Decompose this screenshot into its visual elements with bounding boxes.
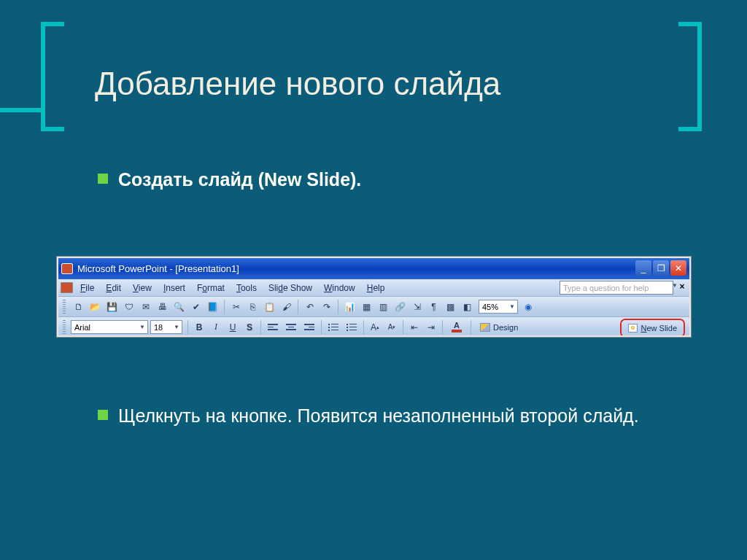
doc-icon (61, 282, 73, 293)
document-close-button[interactable]: × (678, 282, 686, 291)
toolbar-grip[interactable] (63, 300, 66, 314)
menu-view[interactable]: View (133, 283, 152, 293)
spelling-button[interactable]: ✔ (189, 300, 203, 314)
menu-edit[interactable]: Edit (106, 283, 121, 293)
bullet-icon (98, 410, 108, 420)
increase-indent-button[interactable]: ⇥ (424, 320, 438, 335)
align-left-button[interactable] (265, 320, 281, 335)
bullet-2-text: Щелкнуть на кнопке. Появится незаполненн… (118, 404, 639, 429)
bold-button[interactable]: B (192, 320, 206, 335)
close-button[interactable]: ✕ (670, 260, 686, 276)
menu-help[interactable]: Help (367, 283, 385, 293)
print-button[interactable]: 🖶 (155, 300, 169, 314)
separator (224, 300, 225, 314)
show-grid-button[interactable]: ▩ (444, 300, 457, 314)
font-size-value: 18 (154, 323, 163, 332)
bullet-1: Создать слайд (New Slide). (98, 168, 361, 192)
permission-button[interactable]: 🛡 (122, 300, 136, 314)
ask-question-input[interactable]: Type a question for help (560, 281, 673, 295)
powerpoint-window: Microsoft PowerPoint - [Presentation1] _… (57, 257, 691, 337)
ask-dropdown-icon[interactable]: ▼ (672, 282, 678, 289)
window-controls: _ ❐ ✕ (635, 260, 686, 276)
italic-button[interactable]: I (209, 320, 223, 335)
separator (338, 300, 338, 314)
bullets-button[interactable] (344, 320, 360, 335)
font-name-value: Arial (74, 323, 90, 332)
design-label: Design (493, 323, 518, 332)
window-title: Microsoft PowerPoint - [Presentation1] (77, 263, 239, 274)
font-name-combo[interactable]: Arial ▼ (71, 320, 148, 334)
save-button[interactable]: 💾 (105, 300, 119, 314)
chevron-down-icon: ▼ (174, 324, 179, 330)
separator (321, 320, 322, 335)
color-grayscale-button[interactable]: ◧ (460, 300, 474, 314)
research-button[interactable]: 📘 (206, 300, 220, 314)
formatting-toolbar: Arial ▼ 18 ▼ B I U S A▴ A▾ ⇤ ⇥ (58, 317, 689, 337)
chevron-down-icon: ▼ (509, 303, 515, 310)
page-title: Добавление нового слайда (95, 66, 500, 102)
expand-all-button[interactable]: ⇲ (410, 300, 424, 314)
titlebar[interactable]: Microsoft PowerPoint - [Presentation1] _… (58, 258, 689, 279)
separator (471, 320, 471, 335)
separator (298, 300, 298, 314)
print-preview-button[interactable]: 🔍 (172, 300, 186, 314)
bracket-left (41, 22, 64, 131)
copy-button[interactable]: ⎘ (246, 300, 260, 314)
new-button[interactable]: 🗋 (71, 300, 85, 314)
align-right-button[interactable] (301, 320, 317, 335)
tables-borders-button[interactable]: ▥ (376, 300, 390, 314)
bracket-right (678, 22, 702, 131)
font-size-combo[interactable]: 18 ▼ (150, 320, 182, 334)
menubar: File Edit View Insert Format Tools Slide… (58, 279, 689, 297)
align-center-button[interactable] (283, 320, 299, 335)
separator (363, 320, 364, 335)
show-formatting-button[interactable]: ¶ (427, 300, 441, 314)
bullet-2: Щелкнуть на кнопке. Появится незаполненн… (98, 404, 639, 429)
insert-table-button[interactable]: ▦ (360, 300, 374, 314)
underline-button[interactable]: U (225, 320, 240, 335)
menu-tools[interactable]: Tools (236, 283, 257, 293)
menu-slideshow[interactable]: Slide Show (268, 283, 312, 293)
new-slide-button[interactable]: New Slide (623, 321, 682, 335)
separator (442, 320, 443, 335)
new-slide-icon (628, 324, 638, 332)
numbering-button[interactable] (325, 320, 341, 335)
separator (403, 320, 403, 335)
menu-insert[interactable]: Insert (163, 283, 185, 293)
menu-window[interactable]: Window (324, 283, 355, 293)
format-painter-button[interactable]: 🖌 (279, 300, 293, 314)
insert-hyperlink-button[interactable]: 🔗 (393, 300, 407, 314)
decrease-indent-button[interactable]: ⇤ (407, 320, 422, 335)
design-button[interactable]: Design (475, 320, 523, 335)
cut-button[interactable]: ✂ (229, 300, 243, 314)
new-slide-label: New Slide (640, 324, 677, 332)
bullet-icon (98, 174, 108, 184)
zoom-value: 45% (482, 303, 498, 311)
insert-chart-button[interactable]: 📊 (343, 300, 357, 314)
toolbar-grip[interactable] (63, 320, 66, 335)
menu-format[interactable]: Format (197, 283, 225, 293)
email-button[interactable]: ✉ (139, 300, 152, 314)
font-color-button[interactable]: A (446, 320, 467, 335)
help-button[interactable]: ◉ (521, 300, 535, 314)
menu-file[interactable]: File (80, 283, 94, 293)
undo-button[interactable]: ↶ (303, 300, 317, 314)
powerpoint-icon (61, 263, 73, 274)
open-button[interactable]: 📂 (88, 300, 102, 314)
maximize-button[interactable]: ❐ (653, 260, 669, 276)
minimize-button[interactable]: _ (635, 260, 651, 276)
slide: Добавление нового слайда Создать слайд (… (0, 0, 747, 560)
increase-font-button[interactable]: A▴ (368, 320, 382, 335)
bullet-1-text: Создать слайд (New Slide). (118, 168, 361, 192)
separator (260, 320, 261, 335)
new-slide-highlight: New Slide (620, 319, 685, 337)
design-icon (480, 323, 490, 332)
chevron-down-icon: ▼ (139, 324, 145, 330)
accent-line (0, 108, 42, 112)
paste-button[interactable]: 📋 (263, 300, 276, 314)
decrease-font-button[interactable]: A▾ (384, 320, 399, 335)
shadow-button[interactable]: S (242, 320, 257, 335)
zoom-combo[interactable]: 45% ▼ (479, 300, 518, 314)
separator (187, 320, 188, 335)
redo-button[interactable]: ↷ (320, 300, 333, 314)
